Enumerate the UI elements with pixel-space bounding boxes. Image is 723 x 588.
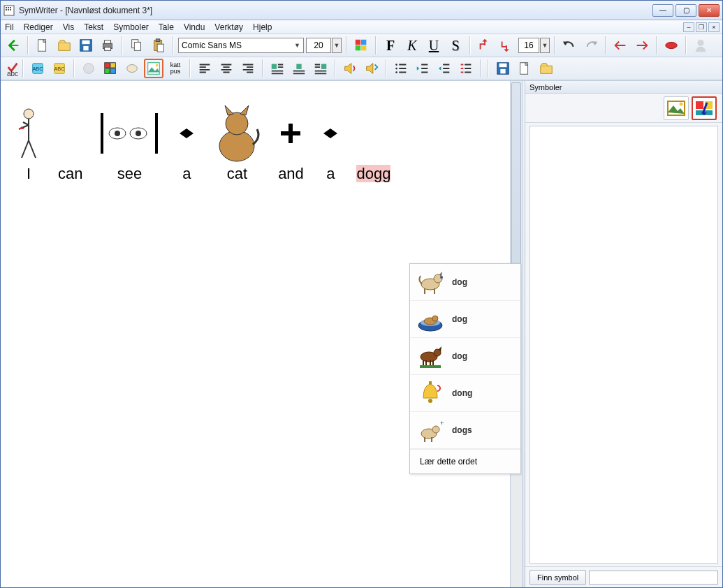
find-symbol-input[interactable]	[589, 571, 718, 585]
svg-point-63	[226, 112, 248, 135]
copy-button[interactable]	[127, 36, 147, 55]
record-button[interactable]	[662, 36, 681, 55]
svg-rect-24	[484, 41, 485, 45]
undo-button[interactable]	[560, 36, 579, 55]
shape-ellipse-button[interactable]	[122, 59, 142, 78]
color-picker-button[interactable]	[101, 59, 120, 78]
underline-button[interactable]: U	[424, 36, 444, 55]
svg-rect-35	[105, 68, 110, 73]
new-doc-button[interactable]	[33, 36, 52, 55]
inc-size-button[interactable]	[475, 36, 495, 55]
img-text-center-button[interactable]	[289, 59, 309, 78]
back-button[interactable]	[3, 36, 23, 55]
svg-point-82	[428, 399, 432, 403]
document-area[interactable]: I can see a	[1, 81, 522, 587]
font-size-selector[interactable]: 20	[306, 38, 331, 53]
learn-word-link[interactable]: Lær dette ordet	[410, 449, 520, 473]
word-see: see	[98, 102, 161, 183]
speaker-repeat-button[interactable]	[362, 59, 381, 78]
bullets-button[interactable]	[391, 59, 411, 78]
align-right-button[interactable]	[238, 59, 258, 78]
mdi-minimize[interactable]: –	[683, 22, 694, 32]
svg-rect-3	[10, 7, 11, 8]
word-a2: a	[320, 102, 341, 183]
user-button[interactable]	[691, 36, 710, 55]
save-button[interactable]	[76, 36, 96, 55]
bold-button[interactable]: F	[381, 36, 400, 55]
menu-vindu[interactable]: Vindu	[184, 22, 205, 32]
word-a1: a	[176, 102, 197, 183]
abc-label: abc	[7, 70, 18, 78]
suggestion-label: dog	[452, 351, 467, 361]
image-mode-button[interactable]	[664, 96, 689, 120]
menu-fil[interactable]: Fil	[5, 22, 14, 32]
font-color-button[interactable]	[351, 36, 371, 55]
symbols-list[interactable]	[530, 126, 718, 564]
save2-button[interactable]	[493, 59, 513, 78]
spellcheck-popup: dog dog dog dong ++ dogs Lær	[409, 263, 521, 474]
indent-dec-button[interactable]	[434, 59, 454, 78]
dictionary-yellow-button[interactable]: ABC	[50, 59, 69, 78]
svg-point-70	[440, 276, 443, 279]
menu-hjelp[interactable]: Hjelp	[253, 22, 272, 32]
svg-rect-19	[157, 44, 163, 52]
speaker-button[interactable]	[340, 59, 360, 78]
new2-button[interactable]	[515, 59, 534, 78]
dec-size-button[interactable]	[497, 36, 516, 55]
menu-tale[interactable]: Tale	[159, 22, 174, 32]
eyes-icon	[98, 109, 161, 158]
tab-settings-button[interactable]	[456, 59, 476, 78]
suggestion-dog-3[interactable]: dog	[410, 338, 520, 375]
redo-button[interactable]	[581, 36, 601, 55]
close-button[interactable]: ✕	[699, 4, 720, 17]
suggestion-dog-2[interactable]: dog	[410, 301, 520, 338]
svg-rect-22	[356, 45, 360, 50]
menu-vis[interactable]: Vis	[63, 22, 74, 32]
svg-point-45	[395, 71, 397, 73]
minimize-button[interactable]: —	[652, 4, 673, 17]
arrow-right-button[interactable]	[632, 36, 652, 55]
print-button[interactable]	[98, 36, 117, 55]
suggestion-dong[interactable]: dong	[410, 375, 520, 412]
menu-rediger[interactable]: Rediger	[24, 22, 53, 32]
suggestion-dog-1[interactable]: dog	[410, 264, 520, 301]
kattpus-button[interactable]: katt pus	[166, 59, 185, 78]
window-title: SymWriter - [Navnløst dokument 3*]	[19, 6, 652, 15]
image-frame-button[interactable]	[144, 59, 163, 78]
indent-inc-button[interactable]	[413, 59, 432, 78]
font-selector[interactable]: Comic Sans MS▼	[178, 38, 304, 53]
symbol-mode-button[interactable]	[692, 96, 717, 120]
svg-rect-42	[321, 64, 326, 69]
arrow-left-button[interactable]	[611, 36, 630, 55]
italic-button[interactable]: K	[402, 36, 422, 55]
svg-point-37	[127, 65, 138, 73]
img-text-left-button[interactable]	[268, 59, 287, 78]
open2-button[interactable]	[536, 59, 556, 78]
suggestion-label: dog	[452, 277, 467, 287]
svg-rect-33	[105, 63, 110, 68]
maximize-button[interactable]: ▢	[675, 4, 696, 17]
align-left-button[interactable]	[195, 59, 214, 78]
symbols-panel: Symboler Finn symbol	[525, 81, 722, 587]
toolbar-secondary: abc ABC ABC katt pus	[1, 57, 722, 80]
font-size-dropdown[interactable]: ▼	[332, 38, 342, 53]
open-button[interactable]	[54, 36, 74, 55]
menu-verktoy[interactable]: Verktøy	[214, 22, 243, 32]
img-text-right-button[interactable]	[311, 59, 330, 78]
svg-point-90	[680, 102, 683, 105]
mdi-close[interactable]: ×	[708, 22, 720, 32]
section-size[interactable]: 16	[518, 38, 539, 53]
find-symbol-button[interactable]: Finn symbol	[530, 570, 586, 585]
mdi-restore[interactable]: ❐	[696, 22, 707, 32]
misspelled-word[interactable]: dogg	[356, 165, 390, 182]
suggestion-dogs[interactable]: ++ dogs	[410, 412, 520, 449]
section-size-dropdown[interactable]: ▼	[540, 38, 550, 53]
globe-button[interactable]	[79, 59, 98, 78]
dictionary-blue-button[interactable]: ABC	[28, 59, 48, 78]
align-center-button[interactable]	[217, 59, 236, 78]
svg-rect-10	[82, 41, 90, 45]
shadow-button[interactable]: S	[446, 36, 465, 55]
menu-tekst[interactable]: Tekst	[84, 22, 103, 32]
paste-button[interactable]	[149, 36, 168, 55]
menu-symboler[interactable]: Symboler	[113, 22, 149, 32]
